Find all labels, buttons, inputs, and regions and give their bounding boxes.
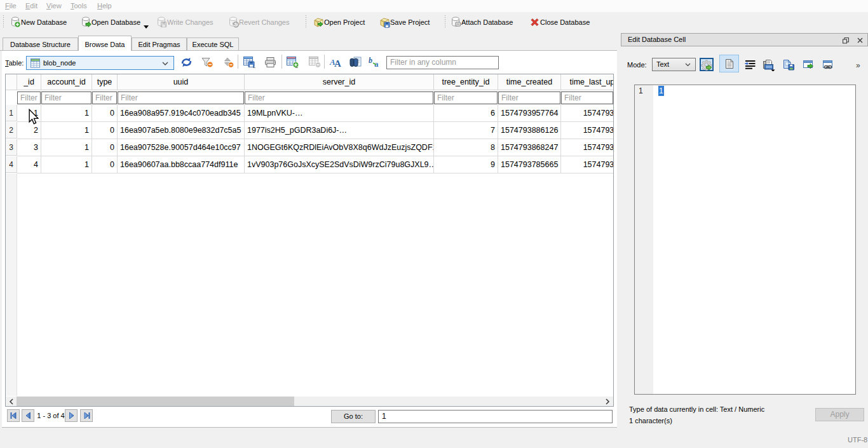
svg-text:b: b <box>369 57 372 65</box>
svg-text:A: A <box>334 58 341 68</box>
